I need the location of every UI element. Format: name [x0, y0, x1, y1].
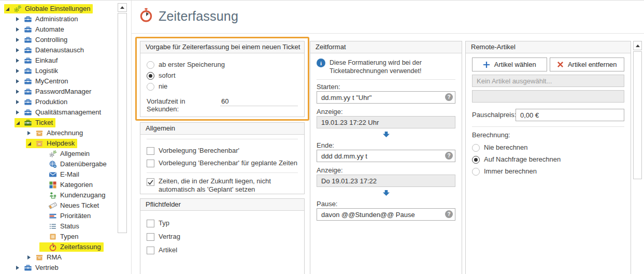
- tree-item-kategorien[interactable]: Kategorien: [0, 180, 117, 190]
- pause-input[interactable]: [317, 208, 455, 221]
- vorlaufzeit-input[interactable]: [220, 97, 298, 106]
- tree-item-produktion[interactable]: Produktion: [0, 97, 117, 107]
- tri-expanded-icon[interactable]: [5, 7, 13, 11]
- help-icon[interactable]: ?: [445, 210, 453, 218]
- tri-collapsed-icon[interactable]: [16, 48, 24, 53]
- help-icon[interactable]: ?: [445, 152, 453, 160]
- radio-selected-icon[interactable]: [147, 72, 154, 80]
- tri-collapsed-icon[interactable]: [16, 79, 24, 84]
- checkbox-checked-icon[interactable]: [147, 178, 154, 186]
- tree-item-kundenzugang[interactable]: Kundenzugang: [0, 190, 117, 200]
- radio-unselected-icon[interactable]: [472, 144, 480, 152]
- briefcase-blue-icon: [24, 36, 32, 44]
- checkbox-label: Typ: [159, 219, 169, 227]
- starten-input[interactable]: [317, 91, 455, 104]
- tree-item-einkauf[interactable]: Einkauf: [0, 55, 117, 66]
- tri-expanded-icon[interactable]: [27, 141, 35, 146]
- tree-item-status[interactable]: Status: [0, 221, 117, 232]
- tree-scrollbar-thumb[interactable]: [118, 13, 127, 233]
- tri-collapsed-icon[interactable]: [16, 58, 24, 63]
- checkbox-unchecked-icon[interactable]: [147, 160, 154, 167]
- artikel-waehlen-button[interactable]: Artikel wählen: [472, 57, 547, 71]
- radio-nie[interactable]: nie: [147, 82, 298, 91]
- main-scrollbar[interactable]: [633, 41, 642, 269]
- artikel-entfernen-button[interactable]: Artikel entfernen: [550, 57, 625, 71]
- tree-item-helpdesk[interactable]: Helpdesk: [0, 138, 117, 149]
- main-scroll-up-button[interactable]: [633, 41, 642, 50]
- tree-item-mycentron[interactable]: MyCentron: [0, 76, 117, 86]
- stopwatch-icon: [49, 243, 57, 251]
- radio-nie-berechnen[interactable]: Nie berechnen: [472, 143, 624, 152]
- globe-icon: [49, 160, 57, 168]
- radio-ab-erster-speicherung[interactable]: ab erster Speicherung: [147, 61, 298, 69]
- tree-item-label: Status: [60, 222, 79, 231]
- tree-item-prioritäten[interactable]: Prioritäten: [0, 211, 117, 221]
- tree-item-neues-ticket[interactable]: Neues Ticket: [0, 200, 117, 211]
- tri-collapsed-icon[interactable]: [16, 68, 24, 74]
- tri-collapsed-icon[interactable]: [16, 27, 24, 32]
- tree-item-zeiterfassung[interactable]: Zeiterfassung: [0, 242, 117, 252]
- tree-scrollbar[interactable]: [118, 3, 127, 235]
- tri-collapsed-icon[interactable]: [16, 17, 24, 22]
- tree-item-logistik[interactable]: Logistik: [0, 66, 117, 76]
- tri-collapsed-icon[interactable]: [27, 255, 35, 260]
- tree-item-rma[interactable]: RMA: [0, 252, 117, 263]
- checkbox-unchecked-icon[interactable]: [147, 220, 154, 227]
- tri-collapsed-icon[interactable]: [27, 131, 35, 136]
- tree-item-vertrieb[interactable]: Vertrieb: [0, 263, 117, 273]
- radio-unselected-icon[interactable]: [147, 83, 154, 91]
- pauschalpreis-label: Pauschalpreis:: [472, 111, 516, 119]
- panel-pflichtfelder: Pflichtfelder TypVertragArtikel: [140, 198, 305, 274]
- tree-item-automate[interactable]: Automate: [0, 24, 117, 35]
- checkbox-typ[interactable]: Typ: [147, 219, 298, 227]
- tri-collapsed-icon[interactable]: [16, 265, 24, 270]
- separator: [147, 172, 298, 173]
- zeitformat-info: i Diese Formatierung wird bei der Ticket…: [317, 59, 455, 75]
- checkbox-unchecked-icon[interactable]: [147, 147, 154, 155]
- tree-item-controlling[interactable]: Controlling: [0, 35, 117, 45]
- checkbox-unchecked-icon[interactable]: [147, 233, 154, 241]
- tri-collapsed-icon[interactable]: [16, 37, 24, 42]
- tree-item-allgemein[interactable]: Allgemein: [0, 149, 117, 159]
- radio-auf-nachfrage-berechnen[interactable]: Auf Nachfrage berechnen: [472, 155, 624, 164]
- tree-item-datenübergabe[interactable]: Datenübergabe: [0, 159, 117, 169]
- checkbox-zeiten-die-in-der-zukunft-liegen-nicht-a[interactable]: Zeiten, die in der Zukunft liegen, nicht…: [147, 177, 298, 194]
- tree-item-label: Globale Einstellungen: [25, 4, 90, 13]
- tree-item-passwordmanager[interactable]: PasswordManager: [0, 86, 117, 97]
- tree-item-typen[interactable]: Typen: [0, 232, 117, 242]
- checkbox-vertrag[interactable]: Vertrag: [147, 233, 298, 241]
- highlight-marker: Helpdesk: [26, 139, 77, 148]
- checkbox-vorbelegung-berechenbar-für-geplante-zei[interactable]: Vorbelegung 'Berechenbar' für geplante Z…: [147, 159, 298, 167]
- tri-expanded-icon[interactable]: [16, 121, 24, 125]
- tri-collapsed-icon[interactable]: [16, 110, 24, 115]
- tri-collapsed-icon[interactable]: [16, 99, 24, 105]
- radio-immer-berechnen[interactable]: Immer berechnen: [472, 167, 624, 176]
- tree-item-qualitätsmanagement[interactable]: Qualitätsmanagement: [0, 107, 117, 118]
- tree-item-label: MyCentron: [35, 77, 68, 86]
- radio-sofort[interactable]: sofort: [147, 71, 298, 80]
- help-icon[interactable]: ?: [445, 93, 453, 101]
- header-divider: [132, 33, 644, 34]
- main-scrollbar-thumb[interactable]: [633, 51, 642, 179]
- tree-item-ticket[interactable]: Ticket: [0, 118, 117, 128]
- checkbox-artikel[interactable]: Artikel: [147, 246, 298, 254]
- pauschalpreis-input[interactable]: [516, 109, 624, 121]
- tree-item-datenaustausch[interactable]: Datenaustausch: [0, 45, 117, 55]
- tree-item-globale-einstellungen[interactable]: Globale Einstellungen: [0, 4, 117, 14]
- tree-item-e-mail[interactable]: E-Mail: [0, 169, 117, 180]
- radio-label: Immer berechnen: [484, 167, 537, 176]
- radio-unselected-icon[interactable]: [472, 168, 480, 176]
- radio-selected-icon[interactable]: [472, 156, 480, 164]
- tree-item-content: PasswordManager: [15, 87, 94, 96]
- highlight-marker: Ticket: [15, 118, 55, 127]
- tree-item-administration[interactable]: Administration: [0, 14, 117, 24]
- radio-unselected-icon[interactable]: [147, 61, 154, 69]
- checkbox-vorbelegung-berechenbar[interactable]: Vorbelegung 'Berechenbar': [147, 147, 298, 155]
- ende-input[interactable]: [317, 150, 455, 162]
- checkbox-unchecked-icon[interactable]: [147, 247, 154, 254]
- flow-arrow: [317, 190, 455, 196]
- tree-item-abrechnung[interactable]: Abrechnung: [0, 128, 117, 138]
- tri-collapsed-icon[interactable]: [16, 89, 24, 94]
- tree-scroll-up-button[interactable]: [118, 3, 127, 12]
- briefcase-blue-icon: [24, 88, 32, 96]
